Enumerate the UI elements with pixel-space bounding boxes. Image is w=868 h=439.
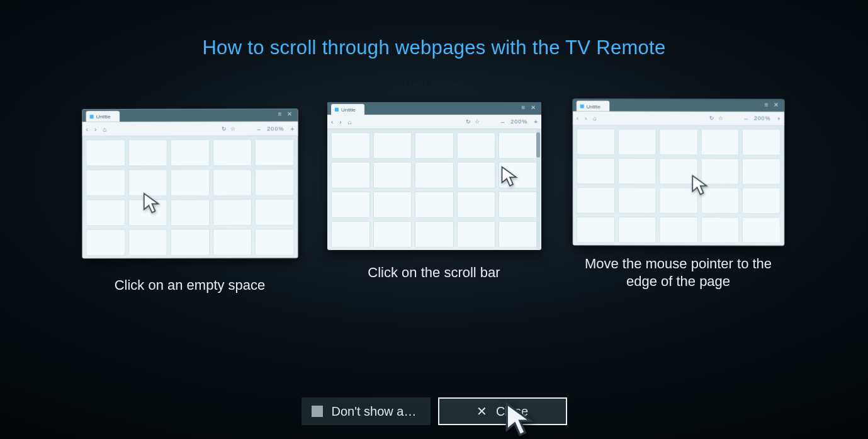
- dialog-title: How to scroll through webpages with the …: [0, 0, 868, 59]
- zoom-level: 200%: [510, 118, 527, 125]
- zoom-level: 200%: [753, 115, 770, 122]
- browser-toolbar: ‹ › ⌂ ↻ ☆ – 200% +: [82, 122, 298, 137]
- zoom-plus-icon: +: [777, 115, 781, 122]
- home-icon: ⌂: [593, 115, 597, 122]
- tab-label: Untitle: [586, 103, 600, 109]
- browser-tab: Untitle: [86, 111, 119, 122]
- home-icon: ⌂: [347, 118, 351, 125]
- zoom-minus-icon: –: [257, 125, 261, 132]
- window-controls-icon: ≡ ✕: [764, 101, 780, 108]
- tab-bar: Untitle ≡ ✕: [327, 102, 541, 115]
- reload-icon: ↻: [465, 118, 470, 125]
- background-blur-text: Most Visited: [403, 79, 465, 92]
- card-caption: Move the mouse pointer to the edge of th…: [572, 255, 786, 290]
- card-edge: Untitle ≡ ✕ ‹ › ⌂ ↻ ☆ – 200% +: [572, 98, 786, 294]
- browser-toolbar: ‹ › ⌂ ↻ ☆ – 200% +: [327, 115, 541, 129]
- close-button[interactable]: ✕ Close: [438, 397, 567, 425]
- zoom-minus-icon: –: [500, 118, 504, 125]
- page-content-grid: [572, 125, 784, 246]
- zoom-level: 200%: [267, 125, 284, 132]
- dont-show-label: Don't show a…: [332, 404, 417, 419]
- reload-icon: ↻: [709, 115, 714, 122]
- zoom-plus-icon: +: [534, 118, 538, 125]
- dialog-footer: Don't show a… ✕ Close: [0, 397, 868, 425]
- back-icon: ‹: [576, 115, 578, 122]
- card-caption: Click on an empty space: [115, 277, 266, 294]
- scroll-thumb: [536, 132, 540, 157]
- tab-label: Untitle: [96, 114, 110, 120]
- back-icon: ‹: [331, 118, 333, 125]
- star-icon: ☆: [718, 115, 723, 122]
- checkbox-icon: [312, 406, 323, 417]
- browser-tab: Untitle: [331, 104, 364, 115]
- tab-label: Untitle: [341, 107, 356, 113]
- home-icon: ⌂: [103, 125, 106, 132]
- scrollbar: [536, 130, 540, 249]
- dont-show-again-checkbox[interactable]: Don't show a…: [302, 397, 431, 425]
- browser-toolbar: ‹ › ⌂ ↻ ☆ – 200% +: [572, 111, 784, 126]
- star-icon: ☆: [230, 125, 235, 132]
- page-content-grid: [82, 135, 298, 258]
- browser-mock-3: Untitle ≡ ✕ ‹ › ⌂ ↻ ☆ – 200% +: [572, 99, 784, 246]
- tab-bar: Untitle ≡ ✕: [572, 99, 784, 111]
- card-caption: Click on the scroll bar: [368, 264, 500, 282]
- back-icon: ‹: [86, 125, 87, 132]
- system-pointer-icon: [504, 401, 536, 438]
- card-empty-space: Untitle ≡ ✕ ‹ › ⌂ ↻ ☆ – 200% +: [83, 98, 297, 294]
- card-scrollbar: Untitle ≡ ✕ ‹ › ⌂ ↻ ☆ – 200% +: [327, 98, 541, 294]
- tab-bar: Untitle ≡ ✕: [82, 109, 298, 122]
- instruction-cards: Untitle ≡ ✕ ‹ › ⌂ ↻ ☆ – 200% +: [0, 98, 868, 294]
- window-controls-icon: ≡ ✕: [521, 104, 538, 111]
- zoom-minus-icon: –: [744, 115, 747, 122]
- browser-mock-2: Untitle ≡ ✕ ‹ › ⌂ ↻ ☆ – 200% +: [327, 102, 541, 250]
- window-controls-icon: ≡ ✕: [278, 111, 294, 118]
- reload-icon: ↻: [221, 125, 226, 132]
- page-content-grid: [327, 128, 541, 250]
- pointer-icon: [142, 191, 161, 214]
- close-icon: ✕: [476, 405, 487, 418]
- browser-mock-1: Untitle ≡ ✕ ‹ › ⌂ ↻ ☆ – 200% +: [82, 109, 298, 259]
- pointer-icon: [690, 174, 709, 197]
- forward-icon: ›: [94, 125, 96, 132]
- forward-icon: ›: [585, 115, 587, 122]
- browser-tab: Untitle: [576, 101, 609, 111]
- star-icon: ☆: [474, 118, 479, 125]
- zoom-plus-icon: +: [290, 125, 294, 132]
- forward-icon: ›: [339, 118, 341, 125]
- pointer-icon: [500, 165, 519, 188]
